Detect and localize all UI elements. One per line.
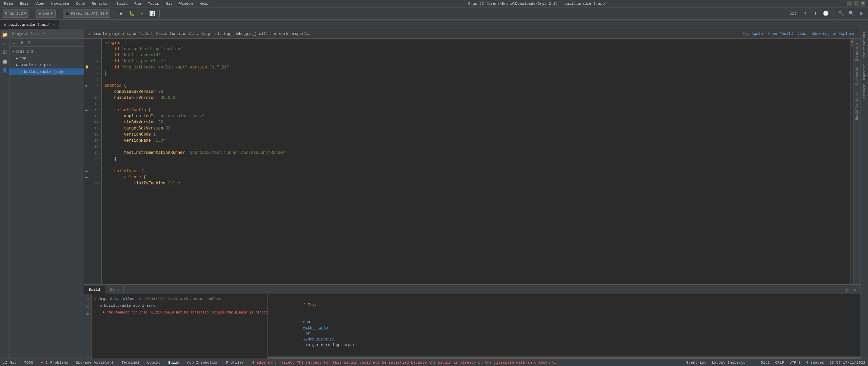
project-dropdown[interactable]: Orgs 2.2 ▼ (3, 9, 28, 18)
fold-icon-8[interactable]: ▶ (85, 84, 86, 88)
gutter-line-24: 24 (84, 180, 101, 186)
menu-help[interactable]: Help (198, 2, 210, 6)
mini-line (851, 43, 853, 44)
build-tab-button[interactable]: Build (168, 361, 179, 365)
bottom-tab-build[interactable]: Build (84, 286, 105, 294)
app-inspection-button[interactable]: App Inspection (187, 361, 218, 365)
fold-icon-12[interactable]: ▶ (85, 108, 86, 112)
tree-item-gradle-scripts[interactable]: Gradle Scripts (9, 62, 84, 68)
layout-inspector-button[interactable]: Layout Inspector (712, 361, 748, 365)
code-line-9: compileSdkVersion 33 (104, 89, 848, 95)
tab-close-button[interactable]: ✕ (53, 23, 55, 27)
tree-item-app[interactable]: app (9, 55, 84, 62)
tree-item-build-gradle[interactable]: build.gradle (app) (9, 68, 84, 75)
line-col-indicator[interactable]: 51:1 (761, 361, 770, 365)
editor-minimap (850, 39, 853, 284)
tree-item-root[interactable]: Orgs 2.2 (9, 48, 84, 55)
run-info-link[interactable]: with --info (303, 326, 328, 330)
menu-refactor[interactable]: Refactor (90, 2, 111, 6)
chevron-right-icon (16, 56, 18, 60)
git-update-button[interactable]: ⬇ (801, 9, 809, 18)
sidebar-icon-android[interactable]: 🤖 (1, 58, 8, 65)
sidebar-icon-resource[interactable]: 🖼 (1, 49, 8, 56)
bottom-tab-sync[interactable]: Sync (105, 286, 124, 294)
encoding-indicator[interactable]: UTF-8 (790, 361, 801, 365)
build-result-root[interactable]: ✕ Orgs 2.2: failed At 17/11/2022 21:56 w… (92, 296, 268, 302)
code-editor[interactable]: plugins { id 'com.android.application' i… (102, 39, 850, 284)
sidebar-icon-project[interactable]: 📁 (1, 31, 8, 39)
code-line-8: android { (104, 83, 848, 89)
run-button[interactable]: ▶ (117, 9, 125, 18)
fold-icon-22[interactable]: ▶ (85, 169, 86, 173)
git-status-icon[interactable]: ⎇ (3, 360, 7, 365)
build-sub-item[interactable]: ⚙ build.gradle app 1 error (92, 302, 268, 309)
bottom-scrollbar[interactable] (268, 357, 861, 359)
maximize-button[interactable]: □ (854, 1, 859, 6)
menu-view[interactable]: View (34, 2, 46, 6)
sidebar-icon-user[interactable]: 👤 (1, 66, 8, 74)
menu-code[interactable]: Code (75, 2, 86, 6)
show-log-link[interactable]: Show Log in Explorer (812, 32, 856, 36)
panel-mode-dropdown[interactable]: An... ▼ (31, 32, 45, 36)
menu-run[interactable]: Run (133, 2, 142, 6)
git-branch-label[interactable]: Git (10, 361, 17, 365)
git-push-button[interactable]: ⬆ (811, 9, 820, 18)
build-error-item[interactable]: ● The request for this plugin could not … (92, 309, 268, 316)
vtab-build-variants[interactable]: Build Variants (854, 89, 860, 123)
build-expand-button[interactable]: ⊞ (85, 310, 91, 317)
vtab-bookmarks[interactable]: Bookmarks (854, 64, 860, 88)
todo-button[interactable]: TODO (24, 361, 33, 365)
menu-bar[interactable]: File Edit View Navigate Code Refactor Bu… (3, 2, 210, 6)
mini-line (851, 45, 853, 46)
code-line-24: minifyEnabled false (104, 180, 848, 186)
bottom-settings-button[interactable]: ⚙ (844, 287, 850, 294)
debug-button[interactable]: 🐛 (127, 9, 136, 18)
fold-icon-23[interactable]: ▶ (85, 176, 86, 179)
vtab-database-inspector[interactable]: Database Inspector (862, 61, 867, 103)
bulb-icon[interactable]: 💡 (85, 65, 89, 69)
menu-edit[interactable]: Edit (18, 2, 30, 6)
debug-option-link[interactable]: --debug option (303, 337, 334, 341)
event-log-button[interactable]: Event Log (686, 361, 706, 365)
menu-navigate[interactable]: Navigate (50, 2, 71, 6)
build-refresh-button[interactable]: ↺ (85, 296, 91, 302)
problems-label[interactable]: Problems (50, 361, 68, 365)
build-filter-button[interactable]: ≡ (85, 303, 91, 309)
crlf-indicator[interactable]: CRLF (775, 361, 784, 365)
try-again-link[interactable]: Try Again (743, 32, 763, 36)
collapse-all-button[interactable]: ≡ (11, 40, 18, 46)
menu-window[interactable]: Window (178, 2, 194, 6)
upgrade-assistant-button[interactable]: Upgrade Assistant (76, 361, 114, 365)
tab-build-gradle[interactable]: ⚙ build.gradle (:app) ✕ (0, 20, 59, 29)
device-dropdown[interactable]: 📱 Pixel XL API 33 ▼ (63, 9, 110, 18)
locate-file-button[interactable]: ⊕ (18, 40, 25, 46)
error-count-button[interactable]: ● 1 (41, 361, 47, 365)
device-label: Pixel XL API 33 (71, 12, 104, 16)
profile-button[interactable]: 📊 (148, 9, 156, 18)
coverage-button[interactable]: ⚡ (138, 9, 146, 18)
menu-file[interactable]: File (3, 2, 14, 6)
notification-actions: Try Again Open 'Build' View Show Log in … (743, 32, 856, 36)
minimize-button[interactable]: – (847, 1, 852, 6)
settings-icon[interactable]: ⚙ (26, 40, 33, 46)
run-config-dropdown[interactable]: ▶ app ▼ (36, 9, 56, 18)
vtab-structure[interactable]: Structure (854, 40, 860, 64)
open-build-view-link[interactable]: Open 'Build' View (768, 32, 806, 36)
profiler-button[interactable]: Profiler (226, 361, 244, 365)
settings-button[interactable]: ⚙ (857, 9, 865, 18)
build-button[interactable]: 🔨 (837, 9, 845, 18)
git-history-button[interactable]: 🕐 (822, 9, 830, 18)
menu-git[interactable]: Git (164, 2, 174, 6)
search-everywhere-button[interactable]: 🔍 (847, 9, 855, 18)
logcat-button[interactable]: Logcat (147, 361, 161, 365)
indent-indicator[interactable]: 4 spaces (806, 361, 824, 365)
window-controls[interactable]: – □ ✕ (847, 1, 865, 6)
vtab-notifications[interactable]: Notifications (862, 29, 867, 61)
sidebar-icon-commit[interactable]: ✓ (1, 40, 8, 47)
terminal-button[interactable]: Terminal (122, 361, 140, 365)
gutter-line-22: ▶ 22 (84, 168, 101, 174)
menu-tools[interactable]: Tools (146, 2, 160, 6)
bottom-close-button[interactable]: ✕ (852, 287, 859, 294)
menu-build[interactable]: Build (115, 2, 129, 6)
close-button[interactable]: ✕ (861, 1, 865, 6)
